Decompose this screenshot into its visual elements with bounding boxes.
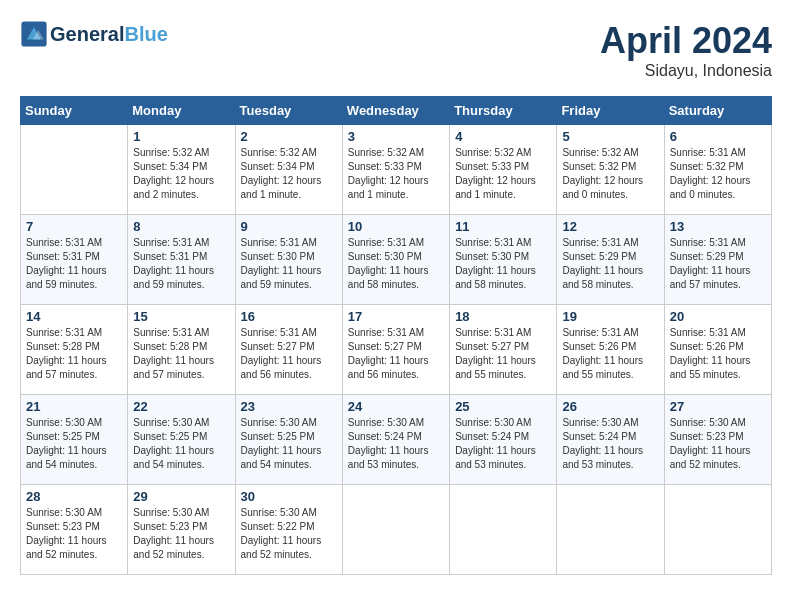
day-info: Sunrise: 5:31 AMSunset: 5:31 PMDaylight:…: [133, 236, 229, 292]
day-number: 14: [26, 309, 122, 324]
header-cell-wednesday: Wednesday: [342, 97, 449, 125]
calendar-cell: 21Sunrise: 5:30 AMSunset: 5:25 PMDayligh…: [21, 395, 128, 485]
day-number: 12: [562, 219, 658, 234]
day-number: 23: [241, 399, 337, 414]
day-info: Sunrise: 5:31 AMSunset: 5:28 PMDaylight:…: [26, 326, 122, 382]
calendar-cell: 11Sunrise: 5:31 AMSunset: 5:30 PMDayligh…: [450, 215, 557, 305]
calendar-week-row: 1Sunrise: 5:32 AMSunset: 5:34 PMDaylight…: [21, 125, 772, 215]
day-info: Sunrise: 5:30 AMSunset: 5:23 PMDaylight:…: [133, 506, 229, 562]
day-info: Sunrise: 5:32 AMSunset: 5:32 PMDaylight:…: [562, 146, 658, 202]
calendar-header-row: SundayMondayTuesdayWednesdayThursdayFrid…: [21, 97, 772, 125]
calendar-cell: 6Sunrise: 5:31 AMSunset: 5:32 PMDaylight…: [664, 125, 771, 215]
day-info: Sunrise: 5:31 AMSunset: 5:27 PMDaylight:…: [455, 326, 551, 382]
day-number: 2: [241, 129, 337, 144]
calendar-cell: 22Sunrise: 5:30 AMSunset: 5:25 PMDayligh…: [128, 395, 235, 485]
calendar-week-row: 7Sunrise: 5:31 AMSunset: 5:31 PMDaylight…: [21, 215, 772, 305]
day-number: 17: [348, 309, 444, 324]
calendar-cell: 27Sunrise: 5:30 AMSunset: 5:23 PMDayligh…: [664, 395, 771, 485]
calendar-cell: [664, 485, 771, 575]
day-number: 9: [241, 219, 337, 234]
day-info: Sunrise: 5:31 AMSunset: 5:31 PMDaylight:…: [26, 236, 122, 292]
logo: GeneralBlue: [20, 20, 168, 48]
logo-icon: [20, 20, 48, 48]
calendar-cell: 2Sunrise: 5:32 AMSunset: 5:34 PMDaylight…: [235, 125, 342, 215]
calendar-cell: [557, 485, 664, 575]
calendar-cell: 1Sunrise: 5:32 AMSunset: 5:34 PMDaylight…: [128, 125, 235, 215]
calendar-cell: 16Sunrise: 5:31 AMSunset: 5:27 PMDayligh…: [235, 305, 342, 395]
day-number: 25: [455, 399, 551, 414]
month-title: April 2024: [600, 20, 772, 62]
day-info: Sunrise: 5:30 AMSunset: 5:25 PMDaylight:…: [241, 416, 337, 472]
day-info: Sunrise: 5:31 AMSunset: 5:32 PMDaylight:…: [670, 146, 766, 202]
day-number: 10: [348, 219, 444, 234]
header-cell-tuesday: Tuesday: [235, 97, 342, 125]
day-info: Sunrise: 5:31 AMSunset: 5:29 PMDaylight:…: [562, 236, 658, 292]
day-info: Sunrise: 5:32 AMSunset: 5:34 PMDaylight:…: [241, 146, 337, 202]
day-number: 21: [26, 399, 122, 414]
day-number: 24: [348, 399, 444, 414]
day-info: Sunrise: 5:30 AMSunset: 5:23 PMDaylight:…: [670, 416, 766, 472]
day-info: Sunrise: 5:32 AMSunset: 5:33 PMDaylight:…: [455, 146, 551, 202]
day-info: Sunrise: 5:32 AMSunset: 5:34 PMDaylight:…: [133, 146, 229, 202]
calendar-cell: 19Sunrise: 5:31 AMSunset: 5:26 PMDayligh…: [557, 305, 664, 395]
day-number: 29: [133, 489, 229, 504]
day-info: Sunrise: 5:30 AMSunset: 5:25 PMDaylight:…: [26, 416, 122, 472]
day-number: 7: [26, 219, 122, 234]
day-info: Sunrise: 5:30 AMSunset: 5:24 PMDaylight:…: [562, 416, 658, 472]
day-number: 11: [455, 219, 551, 234]
day-number: 19: [562, 309, 658, 324]
day-number: 16: [241, 309, 337, 324]
header-cell-saturday: Saturday: [664, 97, 771, 125]
calendar-cell: 28Sunrise: 5:30 AMSunset: 5:23 PMDayligh…: [21, 485, 128, 575]
calendar-cell: 14Sunrise: 5:31 AMSunset: 5:28 PMDayligh…: [21, 305, 128, 395]
calendar-cell: 25Sunrise: 5:30 AMSunset: 5:24 PMDayligh…: [450, 395, 557, 485]
day-number: 6: [670, 129, 766, 144]
header-cell-thursday: Thursday: [450, 97, 557, 125]
logo-text: GeneralBlue: [50, 23, 168, 45]
day-number: 4: [455, 129, 551, 144]
calendar-cell: 15Sunrise: 5:31 AMSunset: 5:28 PMDayligh…: [128, 305, 235, 395]
day-info: Sunrise: 5:31 AMSunset: 5:30 PMDaylight:…: [241, 236, 337, 292]
location-subtitle: Sidayu, Indonesia: [600, 62, 772, 80]
calendar-cell: 26Sunrise: 5:30 AMSunset: 5:24 PMDayligh…: [557, 395, 664, 485]
calendar-cell: 29Sunrise: 5:30 AMSunset: 5:23 PMDayligh…: [128, 485, 235, 575]
day-info: Sunrise: 5:30 AMSunset: 5:25 PMDaylight:…: [133, 416, 229, 472]
calendar-cell: 20Sunrise: 5:31 AMSunset: 5:26 PMDayligh…: [664, 305, 771, 395]
day-info: Sunrise: 5:31 AMSunset: 5:30 PMDaylight:…: [348, 236, 444, 292]
day-info: Sunrise: 5:31 AMSunset: 5:30 PMDaylight:…: [455, 236, 551, 292]
header-cell-monday: Monday: [128, 97, 235, 125]
calendar-cell: 10Sunrise: 5:31 AMSunset: 5:30 PMDayligh…: [342, 215, 449, 305]
day-info: Sunrise: 5:32 AMSunset: 5:33 PMDaylight:…: [348, 146, 444, 202]
day-number: 18: [455, 309, 551, 324]
calendar-cell: 5Sunrise: 5:32 AMSunset: 5:32 PMDaylight…: [557, 125, 664, 215]
day-info: Sunrise: 5:31 AMSunset: 5:27 PMDaylight:…: [348, 326, 444, 382]
day-info: Sunrise: 5:31 AMSunset: 5:28 PMDaylight:…: [133, 326, 229, 382]
calendar-cell: 12Sunrise: 5:31 AMSunset: 5:29 PMDayligh…: [557, 215, 664, 305]
day-number: 3: [348, 129, 444, 144]
calendar-cell: 23Sunrise: 5:30 AMSunset: 5:25 PMDayligh…: [235, 395, 342, 485]
day-info: Sunrise: 5:31 AMSunset: 5:29 PMDaylight:…: [670, 236, 766, 292]
header-cell-friday: Friday: [557, 97, 664, 125]
calendar-week-row: 14Sunrise: 5:31 AMSunset: 5:28 PMDayligh…: [21, 305, 772, 395]
day-number: 28: [26, 489, 122, 504]
calendar-week-row: 28Sunrise: 5:30 AMSunset: 5:23 PMDayligh…: [21, 485, 772, 575]
day-number: 1: [133, 129, 229, 144]
calendar-cell: 3Sunrise: 5:32 AMSunset: 5:33 PMDaylight…: [342, 125, 449, 215]
calendar-cell: 7Sunrise: 5:31 AMSunset: 5:31 PMDaylight…: [21, 215, 128, 305]
day-info: Sunrise: 5:30 AMSunset: 5:23 PMDaylight:…: [26, 506, 122, 562]
calendar-cell: 4Sunrise: 5:32 AMSunset: 5:33 PMDaylight…: [450, 125, 557, 215]
day-number: 8: [133, 219, 229, 234]
calendar-table: SundayMondayTuesdayWednesdayThursdayFrid…: [20, 96, 772, 575]
day-info: Sunrise: 5:30 AMSunset: 5:22 PMDaylight:…: [241, 506, 337, 562]
header-cell-sunday: Sunday: [21, 97, 128, 125]
day-number: 13: [670, 219, 766, 234]
day-number: 15: [133, 309, 229, 324]
calendar-cell: 17Sunrise: 5:31 AMSunset: 5:27 PMDayligh…: [342, 305, 449, 395]
day-info: Sunrise: 5:31 AMSunset: 5:26 PMDaylight:…: [670, 326, 766, 382]
day-number: 27: [670, 399, 766, 414]
day-info: Sunrise: 5:31 AMSunset: 5:27 PMDaylight:…: [241, 326, 337, 382]
calendar-cell: 13Sunrise: 5:31 AMSunset: 5:29 PMDayligh…: [664, 215, 771, 305]
calendar-cell: 24Sunrise: 5:30 AMSunset: 5:24 PMDayligh…: [342, 395, 449, 485]
page-header: GeneralBlue April 2024 Sidayu, Indonesia: [20, 20, 772, 80]
day-number: 26: [562, 399, 658, 414]
